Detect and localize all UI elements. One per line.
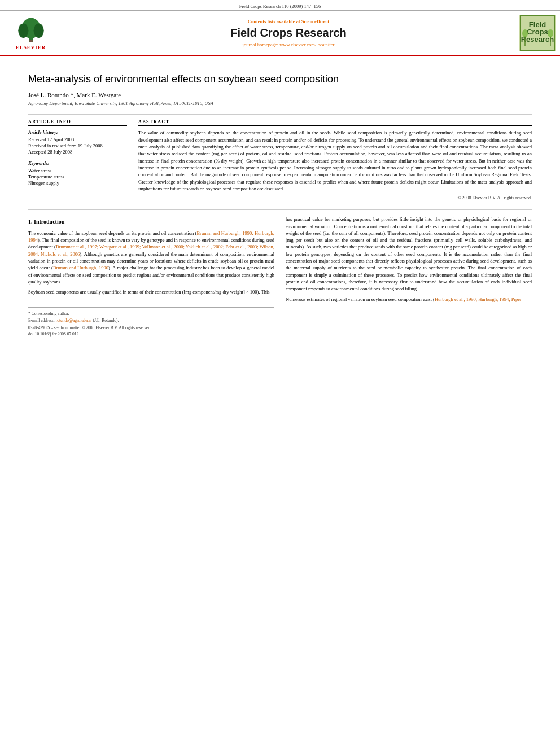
keyword-1: Water stress <box>28 168 127 173</box>
journal-homepage: journal homepage: www.elsevier.com/locat… <box>243 42 335 47</box>
email-link[interactable]: rotundo@agro.uba.ar <box>56 318 92 323</box>
fcr-logo-area: Field Crops Research <box>515 11 560 55</box>
ref-brumm-1990b[interactable]: Brumm and Hurburgh, 1990 <box>53 265 108 270</box>
ref-hurburgh-1990[interactable]: Hurburgh et al., 1990; Hurburgh, 1994; P… <box>435 296 522 302</box>
elsevier-brand-text: ELSEVIER <box>16 45 46 50</box>
affiliation-line: Agronomy Department, Iowa State Universi… <box>28 101 532 106</box>
paper-title: Meta-analysis of environmental effects o… <box>28 73 532 86</box>
intro-para-4: Numerous estimates of regional variation… <box>286 296 532 303</box>
body-right-col: has practical value for marketing purpos… <box>286 216 532 338</box>
svg-point-11 <box>522 29 528 37</box>
article-info-abstract: Article Info Article history: Received 1… <box>28 119 532 200</box>
keyword-3: Nitrogen supply <box>28 180 127 186</box>
elsevier-logo: ELSEVIER <box>14 15 48 50</box>
keywords-label: Keywords: <box>28 160 127 166</box>
introduction-heading: 1. Introduction <box>28 218 274 226</box>
science-direct-line: Contents lists available at ScienceDirec… <box>248 19 329 24</box>
accepted-date: Accepted 28 July 2008 <box>28 149 127 155</box>
intro-para-1: The economic value of the soybean seed d… <box>28 230 274 286</box>
main-content: Meta-analysis of environmental effects o… <box>0 56 560 349</box>
article-info-label: Article Info <box>28 119 127 126</box>
intro-para-2: Soybean seed components are usually quan… <box>28 289 274 295</box>
svg-point-13 <box>548 29 553 37</box>
elsevier-logo-area: ELSEVIER <box>0 11 62 55</box>
fcr-logo-icon: Field Crops Research <box>519 15 556 51</box>
page: Field Crops Research 110 (2009) 147–156 … <box>0 0 560 747</box>
authors-line: José L. Rotundo *, Mark E. Westgate <box>28 91 532 98</box>
journal-title: Field Crops Research <box>230 27 347 40</box>
email-note: E-mail address: rotundo@agro.uba.ar (J.L… <box>28 318 274 324</box>
journal-banner: ELSEVIER Contents lists available at Sci… <box>0 11 560 56</box>
abstract-label: Abstract <box>138 119 532 126</box>
article-history-label: Article history: <box>28 129 127 135</box>
journal-ref-text: Field Crops Research 110 (2009) 147–156 <box>239 3 321 9</box>
issn-line: 0378-4290/$ – see front matter © 2008 El… <box>28 325 274 331</box>
body-left-col: 1. Introduction The economic value of th… <box>28 216 274 338</box>
ref-brumm-1990[interactable]: Brumm and Hurburgh, 1990; Hurburgh, 1994 <box>28 230 274 243</box>
footnotes: * Corresponding author. E-mail address: … <box>28 307 274 338</box>
svg-rect-4 <box>29 40 32 42</box>
body-content: 1. Introduction The economic value of th… <box>28 216 532 338</box>
divider-2 <box>28 209 532 210</box>
keyword-2: Temperature stress <box>28 174 127 180</box>
divider-1 <box>28 114 532 115</box>
corresponding-author-note: * Corresponding author. <box>28 311 274 317</box>
article-info-column: Article Info Article history: Received 1… <box>28 119 127 200</box>
abstract-column: Abstract The value of commodity soybean … <box>138 119 532 200</box>
intro-para-3: has practical value for marketing purpos… <box>286 216 532 292</box>
journal-reference: Field Crops Research 110 (2009) 147–156 <box>0 0 560 11</box>
doi-line: doi:10.1016/j.fcr.2008.07.012 <box>28 331 274 338</box>
copyright-line: © 2008 Elsevier B.V. All rights reserved… <box>138 195 532 200</box>
journal-center: Contents lists available at ScienceDirec… <box>62 11 515 55</box>
received-revised-date: Received in revised form 19 July 2008 <box>28 143 127 148</box>
svg-point-3 <box>33 24 43 38</box>
ref-brummer-1997[interactable]: Brummer et al., 1997; Westgate et al., 1… <box>28 244 274 256</box>
abstract-text: The value of commodity soybean depends o… <box>138 129 532 192</box>
elsevier-tree-icon <box>14 15 48 43</box>
received-date: Received 17 April 2008 <box>28 137 127 142</box>
svg-point-2 <box>18 24 28 38</box>
